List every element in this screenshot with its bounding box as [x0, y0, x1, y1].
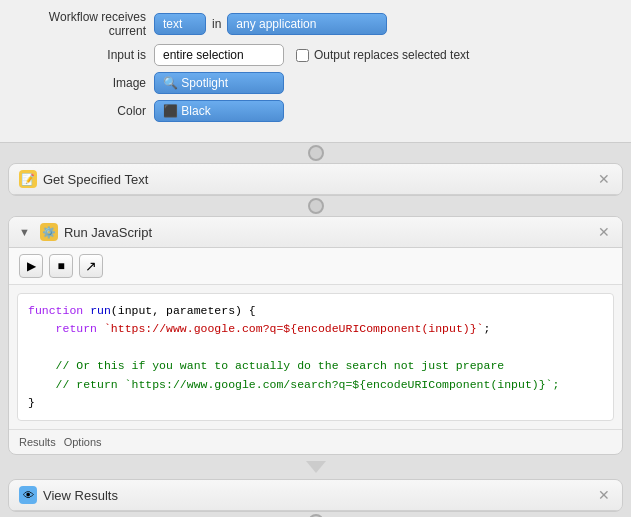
input-is-select-wrapper: entire selection	[154, 44, 284, 66]
code-line-close: }	[28, 394, 603, 412]
view-results-block: 👁 View Results ✕	[8, 479, 623, 512]
code-line-comment-1: // Or this if you want to actually do th…	[28, 357, 603, 375]
arrow-connector	[0, 455, 631, 479]
get-specified-text-title: Get Specified Text	[43, 172, 148, 187]
config-row-input: Input is entire selection Output replace…	[16, 44, 615, 66]
circle-connector-2	[308, 198, 324, 214]
eye-icon: 👁	[19, 486, 37, 504]
run-javascript-header[interactable]: ▼ ⚙️ Run JavaScript ✕	[9, 217, 622, 248]
config-panel: Workflow receives current text in any ap…	[0, 0, 631, 143]
js-tabs: Results Options	[9, 429, 622, 454]
input-type-select[interactable]: text	[154, 13, 206, 35]
image-label: Image	[16, 76, 146, 90]
tab-options[interactable]: Options	[64, 434, 102, 450]
code-line-1: function run(input, parameters) {	[28, 302, 603, 320]
run-button[interactable]: ▶	[19, 254, 43, 278]
code-line-blank	[28, 339, 603, 357]
debug-button[interactable]: ↗	[79, 254, 103, 278]
view-results-close-button[interactable]: ✕	[596, 487, 612, 503]
code-line-2: return `https://www.google.com?q=${encod…	[28, 320, 603, 338]
connector-3	[0, 512, 631, 517]
workflow-label: Workflow receives current	[16, 10, 146, 38]
run-javascript-close-button[interactable]: ✕	[596, 224, 612, 240]
get-specified-close-button[interactable]: ✕	[596, 171, 612, 187]
view-results-header[interactable]: 👁 View Results ✕	[9, 480, 622, 511]
note-icon: 📝	[19, 170, 37, 188]
run-javascript-block: ▼ ⚙️ Run JavaScript ✕ ▶ ■ ↗ function run…	[8, 216, 623, 455]
application-select-wrapper: any application	[227, 13, 387, 35]
run-javascript-title: Run JavaScript	[64, 225, 152, 240]
application-select[interactable]: any application	[227, 13, 387, 35]
arrow-down-icon	[306, 461, 326, 473]
js-icon: ⚙️	[40, 223, 58, 241]
get-specified-text-header[interactable]: 📝 Get Specified Text ✕	[9, 164, 622, 195]
js-toolbar: ▶ ■ ↗	[9, 248, 622, 285]
config-row-workflow: Workflow receives current text in any ap…	[16, 10, 615, 38]
config-row-color: Color ⬛ Black	[16, 100, 615, 122]
input-is-select[interactable]: entire selection	[154, 44, 284, 66]
js-chevron-button[interactable]: ▼	[19, 226, 30, 238]
output-replaces-checkbox[interactable]	[296, 49, 309, 62]
image-select[interactable]: 🔍 Spotlight	[154, 72, 284, 94]
input-is-label: Input is	[16, 48, 146, 62]
js-header-left: ▼ ⚙️ Run JavaScript	[19, 223, 596, 241]
view-results-header-left: 👁 View Results	[19, 486, 596, 504]
circle-connector-1	[308, 145, 324, 161]
connector-1	[0, 143, 631, 163]
color-select-wrapper: ⬛ Black	[154, 100, 284, 122]
code-editor[interactable]: function run(input, parameters) { return…	[17, 293, 614, 421]
connector-2	[0, 196, 631, 216]
get-specified-text-block: 📝 Get Specified Text ✕	[8, 163, 623, 196]
stop-button[interactable]: ■	[49, 254, 73, 278]
output-replaces-label: Output replaces selected text	[296, 48, 469, 62]
tab-results[interactable]: Results	[19, 434, 56, 450]
in-label: in	[212, 17, 221, 31]
code-line-comment-2: // return `https://www.google.com/search…	[28, 376, 603, 394]
color-select[interactable]: ⬛ Black	[154, 100, 284, 122]
view-results-title: View Results	[43, 488, 118, 503]
config-row-image: Image 🔍 Spotlight	[16, 72, 615, 94]
color-label: Color	[16, 104, 146, 118]
input-type-select-wrapper: text	[154, 13, 206, 35]
header-left: 📝 Get Specified Text	[19, 170, 596, 188]
app-container: Workflow receives current text in any ap…	[0, 0, 631, 517]
image-select-wrapper: 🔍 Spotlight	[154, 72, 284, 94]
